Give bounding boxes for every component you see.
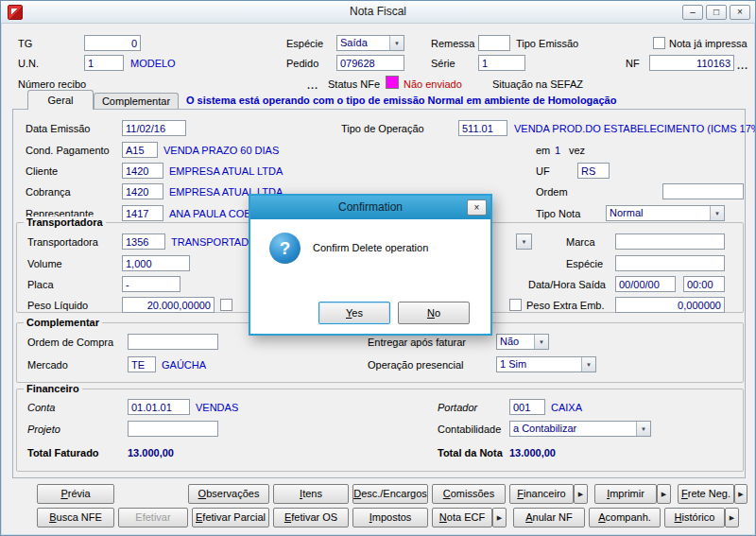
anular-nf-button[interactable]: Anular NF [513, 508, 585, 527]
financeiro-arrow-button[interactable]: ▶ [574, 484, 588, 504]
volume-input[interactable] [122, 255, 190, 271]
nota-ja-impressa-checkbox[interactable] [653, 37, 665, 49]
serie-input[interactable] [478, 55, 525, 71]
impostos-button[interactable]: Impostos [352, 508, 428, 527]
mercado-input[interactable] [128, 356, 156, 372]
financeiro-button[interactable]: Financeiro [509, 484, 574, 504]
tg-input[interactable] [84, 35, 141, 51]
ordem-label: Ordem [536, 186, 568, 199]
close-button[interactable]: × [730, 5, 750, 20]
tipo-operacao-input[interactable] [458, 120, 507, 136]
cond-pagamento-label: Cond. Pagamento [26, 145, 110, 157]
entregar-apos-faturar-select[interactable]: Não ▼ [496, 334, 549, 350]
observacoes-button[interactable]: Observações [188, 484, 269, 504]
total-faturado-value: 13.000,00 [128, 447, 174, 459]
acompanh-button[interactable]: Acompanh. [589, 508, 661, 527]
frete-neg-button[interactable]: Frete Neg. [678, 484, 734, 504]
peso-liquido-checkbox[interactable] [220, 299, 232, 311]
transportadora-label: Transportadora [27, 236, 98, 249]
placa-input[interactable] [122, 276, 180, 292]
recibo-ellipsis-button[interactable]: ... [307, 80, 318, 90]
tg-label: TG [18, 38, 32, 50]
question-icon: ? [269, 233, 301, 264]
remessa-label: Remessa [431, 38, 474, 50]
ordem-compra-input[interactable] [128, 334, 218, 350]
conta-input[interactable] [128, 399, 190, 415]
confirmation-dialog: Confirmation × ? Confirm Delete operatio… [249, 194, 492, 336]
dialog-close-button[interactable]: × [467, 199, 487, 216]
nota-fiscal-window: Nota Fiscal – □ × TG Espécie Saída ▼ Rem… [0, 0, 756, 536]
nota-ecf-arrow-button[interactable]: ▶ [492, 508, 507, 527]
operacao-presencial-select[interactable]: 1 Sim ▼ [496, 356, 596, 372]
ordem-compra-label: Ordem de Compra [27, 337, 113, 349]
chevron-down-icon: ▼ [710, 206, 724, 220]
entregar-apos-faturar-value: Não [497, 335, 534, 349]
desc-encargos-button[interactable]: Desc./Encargos [352, 484, 428, 504]
imprimir-button[interactable]: Imprimir [594, 484, 657, 504]
dialog-title: Confirmation [250, 196, 490, 219]
especie-transporte-input[interactable] [615, 255, 725, 271]
transportadora-input[interactable] [122, 233, 165, 250]
tipo-nota-label: Tipo Nota [536, 208, 580, 220]
historico-button[interactable]: Histórico [664, 508, 725, 527]
pedido-input[interactable] [336, 55, 404, 71]
maximize-button[interactable]: □ [706, 5, 727, 20]
busca-nfe-button[interactable]: Busca NFE [37, 508, 114, 527]
nf-ellipsis-button[interactable]: ... [737, 61, 748, 70]
historico-arrow-button[interactable]: ▶ [725, 508, 739, 527]
peso-liquido-label: Peso Líquido [27, 300, 88, 312]
comissoes-button[interactable]: Comissões [432, 484, 506, 504]
chevron-down-icon: ▼ [636, 422, 650, 436]
conta-label: Conta [27, 402, 55, 414]
uf-input[interactable] [577, 163, 610, 179]
previa-button[interactable]: Prévia [37, 484, 114, 504]
nf-input[interactable] [649, 55, 734, 71]
tab-complementar[interactable]: Complementar [94, 93, 179, 109]
cliente-input[interactable] [122, 163, 163, 179]
window-titlebar[interactable]: Nota Fiscal – □ × [1, 1, 755, 24]
financeiro-group-title: Financeiro [24, 383, 82, 394]
data-saida-input[interactable] [615, 276, 676, 292]
peso-liquido-input[interactable] [122, 297, 215, 313]
cond-pagamento-input[interactable] [122, 142, 158, 158]
chevron-down-icon: ▼ [534, 335, 548, 349]
cond-pagamento-desc: VENDA PRAZO 60 DIAS [163, 145, 279, 157]
efetivar-os-button[interactable]: Efetivar OS [273, 508, 349, 527]
entregar-apos-faturar-label: Entregar após faturar [368, 337, 466, 349]
itens-button[interactable]: Itens [273, 484, 349, 504]
yes-button[interactable]: Yes [318, 302, 390, 324]
representante-input[interactable] [122, 205, 163, 221]
efetivar-parcial-button[interactable]: Efetivar Parcial [192, 508, 269, 527]
ordem-input[interactable] [662, 183, 744, 199]
especie-select[interactable]: Saída ▼ [336, 35, 404, 51]
dialog-titlebar[interactable]: Confirmation × [250, 196, 490, 219]
minimize-button[interactable]: – [682, 5, 703, 20]
tab-geral[interactable]: Geral [27, 90, 94, 110]
tipo-emissao-label: Tipo Emissão [516, 38, 578, 50]
imprimir-arrow-button[interactable]: ▶ [657, 484, 671, 504]
peso-extra-checkbox[interactable] [509, 299, 522, 311]
parcelas-value: 1 [555, 145, 560, 157]
frete-neg-arrow-button[interactable]: ▶ [734, 484, 747, 504]
portador-input[interactable] [509, 399, 545, 415]
tipo-nota-select[interactable]: Normal ▼ [606, 205, 725, 221]
contabilidade-value: a Contabilizar [510, 422, 636, 436]
nf-label: NF [626, 58, 640, 70]
total-da-nota-label: Total da Nota [438, 447, 503, 459]
cobranca-input[interactable] [122, 183, 163, 199]
data-emissao-input[interactable] [122, 120, 186, 136]
total-faturado-label: Total Faturado [27, 447, 99, 459]
transportadora-dropdown-button[interactable]: ▼ [516, 233, 532, 250]
no-button[interactable]: No [398, 302, 470, 324]
hora-saida-input[interactable] [683, 276, 725, 292]
remessa-input[interactable] [478, 35, 510, 51]
marca-input[interactable] [615, 233, 725, 250]
peso-extra-input[interactable] [615, 297, 725, 313]
pedido-label: Pedido [286, 58, 318, 70]
placa-label: Placa [27, 279, 54, 291]
un-input[interactable] [84, 55, 124, 71]
representante-desc: ANA PAULA COBR [169, 208, 259, 220]
projeto-input[interactable] [128, 421, 218, 437]
contabilidade-select[interactable]: a Contabilizar ▼ [509, 421, 651, 437]
nota-ecf-button[interactable]: Nota ECF [432, 508, 492, 527]
